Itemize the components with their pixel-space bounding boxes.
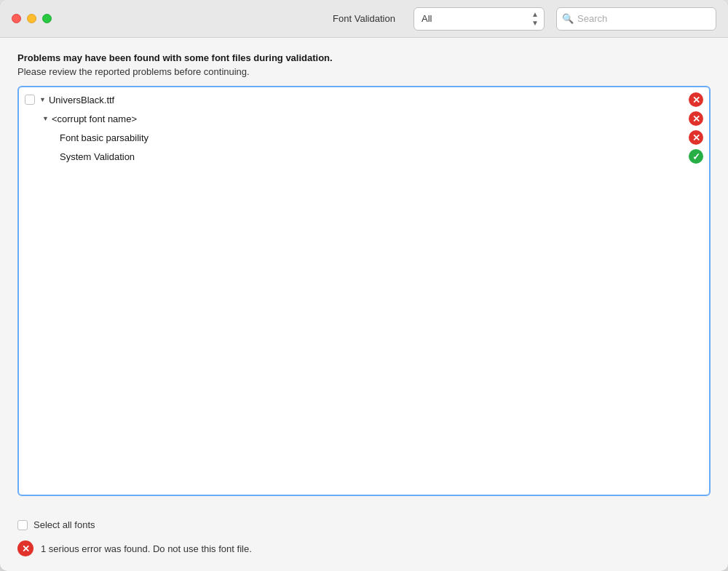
- window-title: Font Validation: [333, 13, 395, 24]
- row-label: <corrupt font name>: [52, 113, 689, 124]
- triangle-icon: ▼: [42, 115, 49, 122]
- main-content: Problems may have been found with some f…: [0, 38, 728, 511]
- font-validation-window: Font Validation All Errors Warnings Pass…: [0, 0, 728, 571]
- search-input[interactable]: [556, 7, 716, 31]
- error-icon: ✕: [689, 92, 703, 107]
- footer: Select all fonts ✕ 1 serious error was f…: [0, 511, 728, 571]
- warning-section: Problems may have been found with some f…: [17, 52, 711, 77]
- maximize-button[interactable]: [42, 14, 52, 23]
- error-icon: ✕: [689, 111, 703, 126]
- select-all-checkbox[interactable]: [17, 520, 28, 530]
- error-summary-text: 1 serious error was found. Do not use th…: [41, 543, 252, 554]
- triangle-icon: ▼: [39, 96, 46, 103]
- row-checkbox[interactable]: [25, 95, 35, 105]
- traffic-lights: [12, 14, 52, 23]
- error-icon: ✕: [689, 130, 703, 145]
- table-row[interactable]: ▼ UniversBlack.ttf ✕: [19, 90, 709, 109]
- table-row[interactable]: ▼ <corrupt font name> ✕: [19, 109, 709, 128]
- table-row[interactable]: Font basic parsability ✕: [19, 128, 709, 147]
- row-label: System Validation: [60, 151, 689, 162]
- filter-dropdown[interactable]: All Errors Warnings Passed: [414, 7, 545, 31]
- close-button[interactable]: [12, 14, 21, 23]
- title-bar: Font Validation All Errors Warnings Pass…: [0, 0, 728, 38]
- table-row[interactable]: System Validation ✓: [19, 147, 709, 166]
- success-icon: ✓: [689, 149, 703, 164]
- select-all-row: Select all fonts: [17, 519, 711, 530]
- warning-subtext: Please review the reported problems befo…: [17, 66, 711, 77]
- search-wrapper: 🔍: [556, 7, 716, 31]
- error-summary-icon: ✕: [17, 540, 33, 556]
- minimize-button[interactable]: [27, 14, 36, 23]
- tree-list[interactable]: ▼ UniversBlack.ttf ✕ ▼ <corrupt font nam…: [17, 86, 711, 496]
- warning-header: Problems may have been found with some f…: [17, 52, 711, 63]
- select-all-label: Select all fonts: [33, 519, 95, 530]
- row-label: UniversBlack.ttf: [49, 95, 689, 105]
- filter-dropdown-wrapper: All Errors Warnings Passed ▲ ▼: [414, 7, 545, 31]
- error-summary-row: ✕ 1 serious error was found. Do not use …: [17, 540, 711, 556]
- row-label: Font basic parsability: [60, 132, 689, 143]
- title-bar-controls: All Errors Warnings Passed ▲ ▼ 🔍: [414, 7, 716, 31]
